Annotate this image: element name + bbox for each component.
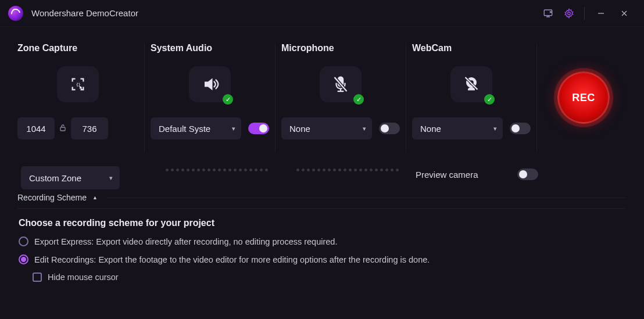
app-logo bbox=[8, 6, 23, 21]
collapse-up-icon: ▲ bbox=[92, 195, 98, 200]
microphone-panel: Microphone ✓ None ▾ bbox=[276, 43, 406, 152]
check-icon: ✓ bbox=[223, 94, 233, 105]
chevron-down-icon: ▾ bbox=[109, 174, 113, 182]
record-label: REC bbox=[572, 92, 595, 104]
settings-gear-icon[interactable] bbox=[560, 4, 578, 23]
record-button[interactable]: REC bbox=[557, 71, 610, 124]
system-audio-toggle[interactable] bbox=[248, 123, 269, 134]
microphone-muted-icon[interactable]: ✓ bbox=[320, 66, 362, 102]
scheme-collapse-header[interactable]: Recording Scheme ▲ bbox=[17, 189, 625, 209]
system-audio-title: System Audio bbox=[151, 43, 269, 53]
recording-scheme-section: Recording Scheme ▲ Choose a recording sc… bbox=[0, 189, 644, 289]
microphone-select[interactable]: None ▾ bbox=[281, 117, 372, 139]
record-panel: REC bbox=[537, 43, 630, 152]
chevron-down-icon: ▾ bbox=[363, 125, 366, 132]
webcam-toggle[interactable] bbox=[510, 123, 531, 134]
recording-panels: Zone Capture System Audio ✓ Default Syst… bbox=[0, 27, 644, 157]
check-icon: ✓ bbox=[484, 94, 495, 105]
system-audio-select[interactable]: Default Syste ▾ bbox=[151, 117, 241, 139]
zone-mode-select[interactable]: Custom Zone ▾ bbox=[21, 166, 120, 189]
zone-title: Zone Capture bbox=[17, 43, 138, 53]
webcam-panel: WebCam ✓ None ▾ bbox=[406, 43, 537, 152]
webcam-title: WebCam bbox=[412, 43, 531, 53]
titlebar: Wondershare DemoCreator bbox=[0, 0, 644, 27]
hide-cursor-checkbox[interactable]: Hide mouse cursor bbox=[33, 273, 625, 282]
close-button[interactable] bbox=[613, 4, 636, 23]
microphone-level bbox=[285, 169, 410, 171]
zone-capture-icon[interactable] bbox=[57, 66, 99, 102]
lock-aspect-icon[interactable] bbox=[59, 124, 66, 134]
scheme-title: Choose a recording scheme for your proje… bbox=[19, 218, 625, 228]
dimensions-row bbox=[17, 117, 138, 139]
scheme-option-edit-recordings[interactable]: Edit Recordings: Export the footage to t… bbox=[19, 255, 625, 264]
width-input[interactable] bbox=[17, 117, 55, 139]
radio-selected-icon bbox=[19, 255, 28, 264]
svg-point-1 bbox=[568, 12, 571, 15]
microphone-title: Microphone bbox=[281, 43, 400, 53]
height-input[interactable] bbox=[71, 117, 108, 139]
radio-icon bbox=[19, 236, 28, 246]
preview-camera-label: Preview camera bbox=[416, 170, 478, 180]
system-audio-level bbox=[154, 169, 279, 171]
microphone-toggle[interactable] bbox=[379, 123, 400, 134]
app-title: Wondershare DemoCreator bbox=[31, 8, 138, 18]
zone-capture-panel: Zone Capture bbox=[14, 43, 145, 152]
system-audio-panel: System Audio ✓ Default Syste ▾ bbox=[145, 43, 276, 152]
checkbox-icon bbox=[33, 273, 42, 282]
minimize-button[interactable] bbox=[589, 4, 613, 23]
speaker-icon[interactable]: ✓ bbox=[189, 66, 231, 102]
check-icon: ✓ bbox=[353, 94, 364, 105]
chevron-down-icon: ▾ bbox=[493, 125, 497, 132]
webcam-select[interactable]: None ▾ bbox=[412, 117, 503, 139]
screen-record-icon[interactable] bbox=[539, 4, 557, 23]
svg-rect-5 bbox=[60, 127, 65, 131]
preview-camera-toggle[interactable] bbox=[517, 169, 538, 180]
chevron-down-icon: ▾ bbox=[232, 125, 235, 132]
scheme-option-export-express[interactable]: Export Express: Export video directly af… bbox=[19, 236, 625, 246]
webcam-off-icon[interactable]: ✓ bbox=[450, 66, 492, 102]
